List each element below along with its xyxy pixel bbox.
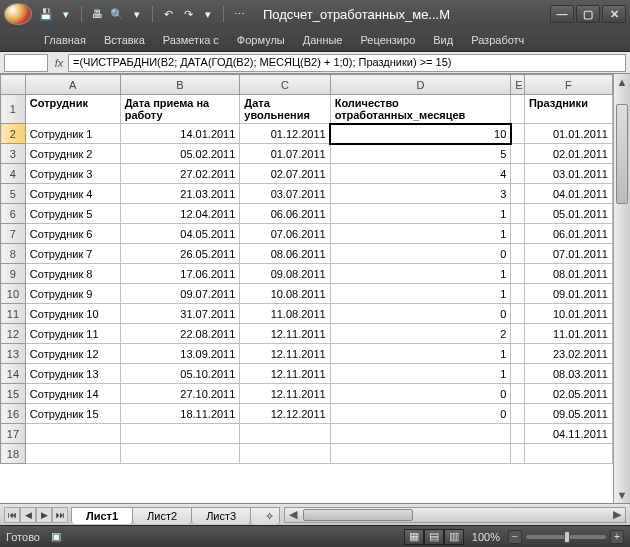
- name-box[interactable]: [4, 54, 48, 72]
- cell-E8[interactable]: [511, 244, 525, 264]
- cell-A13[interactable]: Сотрудник 12: [25, 344, 120, 364]
- cell-C6[interactable]: 06.06.2011: [240, 204, 330, 224]
- view-normal-icon[interactable]: ▦: [404, 529, 424, 545]
- cell-D10[interactable]: 1: [330, 284, 511, 304]
- cell-A2[interactable]: Сотрудник 1: [25, 124, 120, 144]
- row-header-8[interactable]: 8: [1, 244, 26, 264]
- cell-F4[interactable]: 03.01.2011: [524, 164, 612, 184]
- row-header-14[interactable]: 14: [1, 364, 26, 384]
- tab-nav-last-icon[interactable]: ⏭: [52, 507, 68, 523]
- spreadsheet-grid[interactable]: A B C D E F 1СотрудникДата приема на раб…: [0, 74, 613, 464]
- select-all-corner[interactable]: [1, 75, 26, 95]
- cell-A7[interactable]: Сотрудник 6: [25, 224, 120, 244]
- tab-nav-first-icon[interactable]: ⏮: [4, 507, 20, 523]
- scroll-up-icon[interactable]: ▲: [614, 74, 630, 90]
- cell-C1[interactable]: Дата увольнения: [240, 95, 330, 124]
- row-header-15[interactable]: 15: [1, 384, 26, 404]
- cell-B11[interactable]: 31.07.2011: [120, 304, 240, 324]
- undo-icon[interactable]: ↶: [160, 6, 176, 22]
- cell-E1[interactable]: [511, 95, 525, 124]
- ribbon-tab-view[interactable]: Вид: [425, 31, 461, 49]
- cell-E5[interactable]: [511, 184, 525, 204]
- cell-D5[interactable]: 3: [330, 184, 511, 204]
- sheet-tab-1[interactable]: Лист1: [71, 507, 133, 524]
- cell-C2[interactable]: 01.12.2011: [240, 124, 330, 144]
- cell-C17[interactable]: [240, 424, 330, 444]
- horizontal-scrollbar[interactable]: ◀ ▶: [284, 507, 626, 523]
- tab-nav-next-icon[interactable]: ▶: [36, 507, 52, 523]
- cell-F1[interactable]: Праздники: [524, 95, 612, 124]
- cell-B7[interactable]: 04.05.2011: [120, 224, 240, 244]
- cell-F11[interactable]: 10.01.2011: [524, 304, 612, 324]
- cell-A16[interactable]: Сотрудник 15: [25, 404, 120, 424]
- more-icon[interactable]: ⋯: [231, 6, 247, 22]
- row-header-1[interactable]: 1: [1, 95, 26, 124]
- ribbon-tab-formulas[interactable]: Формулы: [229, 31, 293, 49]
- row-header-18[interactable]: 18: [1, 444, 26, 464]
- cell-F7[interactable]: 06.01.2011: [524, 224, 612, 244]
- cell-D13[interactable]: 1: [330, 344, 511, 364]
- cell-D14[interactable]: 1: [330, 364, 511, 384]
- cell-B15[interactable]: 27.10.2011: [120, 384, 240, 404]
- cell-E4[interactable]: [511, 164, 525, 184]
- minimize-button[interactable]: —: [550, 5, 574, 23]
- cell-D15[interactable]: 0: [330, 384, 511, 404]
- cell-E12[interactable]: [511, 324, 525, 344]
- cell-A6[interactable]: Сотрудник 5: [25, 204, 120, 224]
- cell-D8[interactable]: 0: [330, 244, 511, 264]
- ribbon-tab-review[interactable]: Рецензиро: [352, 31, 423, 49]
- cell-A10[interactable]: Сотрудник 9: [25, 284, 120, 304]
- cell-B2[interactable]: 14.01.2011: [120, 124, 240, 144]
- zoom-slider[interactable]: [526, 535, 606, 539]
- row-header-17[interactable]: 17: [1, 424, 26, 444]
- cell-E10[interactable]: [511, 284, 525, 304]
- cell-E16[interactable]: [511, 404, 525, 424]
- cell-F8[interactable]: 07.01.2011: [524, 244, 612, 264]
- row-header-4[interactable]: 4: [1, 164, 26, 184]
- cell-F14[interactable]: 08.03.2011: [524, 364, 612, 384]
- cell-D3[interactable]: 5: [330, 144, 511, 164]
- cell-D12[interactable]: 2: [330, 324, 511, 344]
- cell-A14[interactable]: Сотрудник 13: [25, 364, 120, 384]
- row-header-12[interactable]: 12: [1, 324, 26, 344]
- cell-B12[interactable]: 22.08.2011: [120, 324, 240, 344]
- cell-F12[interactable]: 11.01.2011: [524, 324, 612, 344]
- cell-C10[interactable]: 10.08.2011: [240, 284, 330, 304]
- cell-F15[interactable]: 02.05.2011: [524, 384, 612, 404]
- row-header-11[interactable]: 11: [1, 304, 26, 324]
- cell-E6[interactable]: [511, 204, 525, 224]
- cell-B10[interactable]: 09.07.2011: [120, 284, 240, 304]
- cell-B1[interactable]: Дата приема на работу: [120, 95, 240, 124]
- cell-B3[interactable]: 05.02.2011: [120, 144, 240, 164]
- row-header-7[interactable]: 7: [1, 224, 26, 244]
- zoom-knob[interactable]: [564, 531, 570, 543]
- cell-B13[interactable]: 13.09.2011: [120, 344, 240, 364]
- ribbon-tab-developer[interactable]: Разработч: [463, 31, 532, 49]
- view-layout-icon[interactable]: ▤: [424, 529, 444, 545]
- cell-D17[interactable]: [330, 424, 511, 444]
- cell-B4[interactable]: 27.02.2011: [120, 164, 240, 184]
- cell-F3[interactable]: 02.01.2011: [524, 144, 612, 164]
- cell-B17[interactable]: [120, 424, 240, 444]
- row-header-5[interactable]: 5: [1, 184, 26, 204]
- zoom-in-button[interactable]: +: [610, 530, 624, 544]
- cell-C16[interactable]: 12.12.2011: [240, 404, 330, 424]
- cell-D11[interactable]: 0: [330, 304, 511, 324]
- cell-B18[interactable]: [120, 444, 240, 464]
- fx-icon[interactable]: fx: [50, 57, 68, 69]
- col-header-C[interactable]: C: [240, 75, 330, 95]
- row-header-10[interactable]: 10: [1, 284, 26, 304]
- qat-dropdown-icon[interactable]: ▾: [200, 6, 216, 22]
- scroll-left-icon[interactable]: ◀: [285, 508, 301, 522]
- ribbon-tab-insert[interactable]: Вставка: [96, 31, 153, 49]
- col-header-D[interactable]: D: [330, 75, 511, 95]
- cell-E2[interactable]: [511, 124, 525, 144]
- scroll-right-icon[interactable]: ▶: [609, 508, 625, 522]
- cell-B6[interactable]: 12.04.2011: [120, 204, 240, 224]
- cell-C3[interactable]: 01.07.2011: [240, 144, 330, 164]
- row-header-9[interactable]: 9: [1, 264, 26, 284]
- cell-C18[interactable]: [240, 444, 330, 464]
- formula-input[interactable]: =(ЧИСТРАБДНИ(B2; ДАТА(ГОД(B2); МЕСЯЦ(B2)…: [68, 54, 626, 72]
- cell-E13[interactable]: [511, 344, 525, 364]
- maximize-button[interactable]: ▢: [576, 5, 600, 23]
